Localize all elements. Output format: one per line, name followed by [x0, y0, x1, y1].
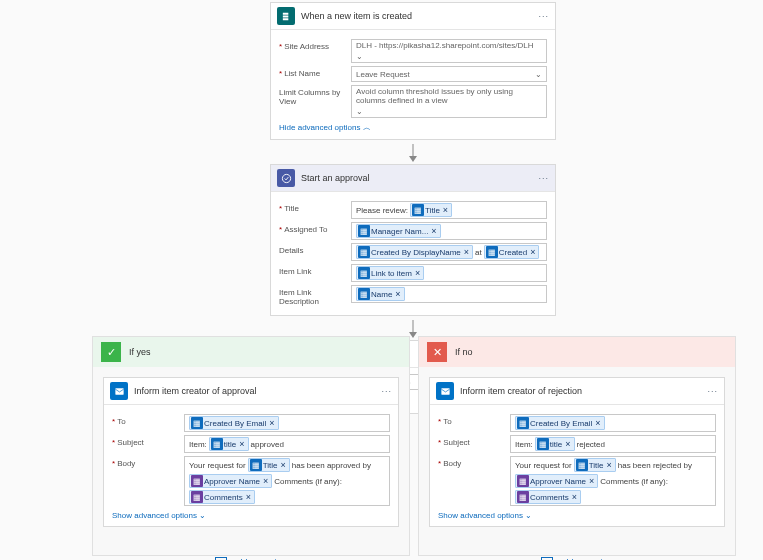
more-icon[interactable]: ···: [538, 11, 549, 21]
title-token[interactable]: ▦title×: [535, 437, 575, 451]
email-to-label: *To: [438, 414, 510, 426]
approval-card: Start an approval ··· *Title Please revi…: [270, 164, 556, 316]
email-to-field[interactable]: ▦Created By Email×: [184, 414, 390, 432]
sharepoint-icon: [277, 7, 295, 25]
remove-token-icon[interactable]: ×: [239, 439, 244, 449]
title-token[interactable]: ▦Title×: [410, 203, 452, 217]
svg-rect-5: [115, 388, 123, 394]
assigned-to-field[interactable]: ▦Manager Nam...×: [351, 222, 547, 240]
chevron-down-icon: ⌄: [199, 511, 206, 520]
assigned-to-label: *Assigned To: [279, 222, 351, 234]
dynamic-content-icon: ▦: [486, 246, 498, 258]
item-link-label: Item Link: [279, 264, 351, 276]
details-field[interactable]: ▦Created By DisplayName× at ▦Created×: [351, 243, 547, 261]
branch-yes-header: ✓ If yes: [93, 337, 409, 367]
email-body-field[interactable]: Your request for ▦Title× has been approv…: [184, 456, 390, 506]
dynamic-content-icon: ▦: [537, 438, 549, 450]
email-subject-field[interactable]: Item: ▦title× rejected: [510, 435, 716, 453]
remove-token-icon[interactable]: ×: [443, 205, 448, 215]
dynamic-content-icon: ▦: [358, 246, 370, 258]
email-body-label: *Body: [438, 456, 510, 468]
dynamic-content-icon: ▦: [517, 491, 529, 503]
limit-view-select[interactable]: Avoid column threshold issues by only us…: [351, 85, 547, 118]
hide-advanced-link[interactable]: Hide advanced options: [279, 123, 360, 132]
remove-token-icon[interactable]: ×: [464, 247, 469, 257]
name-token[interactable]: ▦Name×: [356, 287, 405, 301]
outlook-icon: [110, 382, 128, 400]
chevron-down-icon: ⌄: [535, 70, 542, 79]
trigger-header[interactable]: When a new item is created ···: [271, 3, 555, 30]
chevron-down-icon: ⌄: [525, 511, 532, 520]
remove-token-icon[interactable]: ×: [280, 460, 285, 470]
branch-no-label: If no: [455, 347, 473, 357]
email-rejection-title: Inform item creator of rejection: [460, 386, 707, 396]
remove-token-icon[interactable]: ×: [246, 492, 251, 502]
approval-title-label: *Title: [279, 201, 351, 213]
svg-marker-1: [409, 156, 417, 162]
title-token[interactable]: ▦Title×: [248, 458, 290, 472]
approval-body: *Title Please review: ▦Title× *Assigned …: [271, 192, 555, 315]
more-icon[interactable]: ···: [707, 386, 718, 396]
more-icon[interactable]: ···: [538, 173, 549, 183]
email-rejection-header[interactable]: Inform item creator of rejection ···: [430, 378, 724, 405]
createdby-email-token[interactable]: ▦Created By Email×: [515, 416, 605, 430]
svg-point-2: [282, 174, 290, 182]
item-link-desc-field[interactable]: ▦Name×: [351, 285, 547, 303]
flow-arrow: [270, 144, 556, 164]
dynamic-content-icon: ▦: [211, 438, 223, 450]
comments-token[interactable]: ▦Comments×: [515, 490, 581, 504]
remove-token-icon[interactable]: ×: [572, 492, 577, 502]
dynamic-content-icon: ▦: [358, 267, 370, 279]
approver-name-token[interactable]: ▦Approver Name×: [515, 474, 598, 488]
email-to-field[interactable]: ▦Created By Email×: [510, 414, 716, 432]
manager-token[interactable]: ▦Manager Nam...×: [356, 224, 441, 238]
approval-title-field[interactable]: Please review: ▦Title×: [351, 201, 547, 219]
remove-token-icon[interactable]: ×: [606, 460, 611, 470]
site-address-label: *Site Address: [279, 39, 351, 51]
email-body-field[interactable]: Your request for ▦Title× has been reject…: [510, 456, 716, 506]
title-token[interactable]: ▦Title×: [574, 458, 616, 472]
approver-name-token[interactable]: ▦Approver Name×: [189, 474, 272, 488]
remove-token-icon[interactable]: ×: [589, 476, 594, 486]
dynamic-content-icon: ▦: [517, 417, 529, 429]
remove-token-icon[interactable]: ×: [530, 247, 535, 257]
show-advanced-link[interactable]: Show advanced options: [438, 511, 523, 520]
title-token[interactable]: ▦title×: [209, 437, 249, 451]
dynamic-content-icon: ▦: [358, 288, 370, 300]
email-subject-field[interactable]: Item: ▦title× approved: [184, 435, 390, 453]
dynamic-content-icon: ▦: [358, 225, 370, 237]
list-name-select[interactable]: Leave Request ⌄: [351, 66, 547, 82]
branch-yes-lane: ✓ If yes Inform item creator of approval…: [92, 336, 410, 556]
show-advanced-link[interactable]: Show advanced options: [112, 511, 197, 520]
remove-token-icon[interactable]: ×: [415, 268, 420, 278]
remove-token-icon[interactable]: ×: [269, 418, 274, 428]
chevron-down-icon: ⌄: [356, 52, 363, 61]
item-link-desc-label: Item Link Description: [279, 285, 351, 306]
check-icon: ✓: [101, 342, 121, 362]
remove-token-icon[interactable]: ×: [263, 476, 268, 486]
item-link-field[interactable]: ▦Link to item×: [351, 264, 547, 282]
more-icon[interactable]: ···: [381, 386, 392, 396]
linkitem-token[interactable]: ▦Link to item×: [356, 266, 424, 280]
remove-token-icon[interactable]: ×: [565, 439, 570, 449]
site-address-select[interactable]: DLH - https://pikasha12.sharepoint.com/s…: [351, 39, 547, 63]
dynamic-content-icon: ▦: [191, 417, 203, 429]
svg-marker-4: [409, 332, 417, 338]
created-token[interactable]: ▦Created×: [484, 245, 540, 259]
limit-view-label: Limit Columns by View: [279, 85, 351, 106]
email-approval-header[interactable]: Inform item creator of approval ···: [104, 378, 398, 405]
cross-icon: ✕: [427, 342, 447, 362]
remove-token-icon[interactable]: ×: [431, 226, 436, 236]
approval-header[interactable]: Start an approval ···: [271, 165, 555, 192]
createdby-token[interactable]: ▦Created By DisplayName×: [356, 245, 473, 259]
remove-token-icon[interactable]: ×: [595, 418, 600, 428]
comments-token[interactable]: ▦Comments×: [189, 490, 255, 504]
email-approval-title: Inform item creator of approval: [134, 386, 381, 396]
trigger-card: When a new item is created ··· *Site Add…: [270, 2, 556, 140]
svg-rect-6: [441, 388, 449, 394]
details-label: Details: [279, 243, 351, 255]
remove-token-icon[interactable]: ×: [395, 289, 400, 299]
createdby-email-token[interactable]: ▦Created By Email×: [189, 416, 279, 430]
email-approval-card: Inform item creator of approval ··· *To …: [103, 377, 399, 527]
trigger-body: *Site Address DLH - https://pikasha12.sh…: [271, 30, 555, 139]
